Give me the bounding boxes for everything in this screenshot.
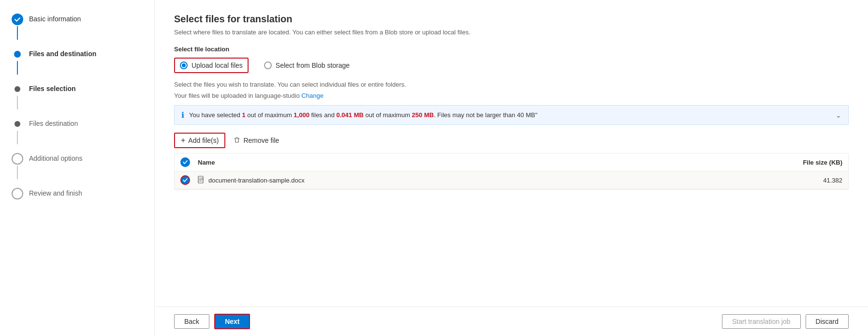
info-max-files: 1,000	[294, 111, 309, 119]
row-check-col	[180, 175, 198, 185]
header-check-all[interactable]	[180, 157, 190, 167]
file-location-radio-group: Upload local files Select from Blob stor…	[174, 58, 849, 73]
step-label-selection: Files selection	[29, 83, 75, 94]
header-name-col: Name	[198, 159, 784, 166]
step-circle-basic	[12, 14, 23, 25]
page-title: Select files for translation	[174, 14, 849, 25]
file-name-cell: document-translation-sample.docx	[198, 176, 784, 185]
trash-icon	[234, 137, 240, 145]
radio-blob-label: Select from Blob storage	[276, 61, 350, 69]
step-line-4	[17, 131, 18, 144]
step-circle-review	[12, 188, 23, 199]
sidebar-item-review[interactable]: Review and finish	[12, 184, 154, 203]
file-table: Name File size (KB) document-translation…	[174, 153, 849, 190]
discard-button[interactable]: Discard	[806, 314, 849, 329]
file-location-label: Select file location	[174, 46, 849, 53]
add-files-label: Add file(s)	[188, 137, 219, 144]
file-doc-icon	[198, 176, 205, 185]
radio-blob-input[interactable]	[264, 61, 272, 69]
info-banner: ℹ You have selected 1 out of maximum 1,0…	[174, 105, 849, 125]
step-label-review: Review and finish	[29, 188, 82, 199]
step-label-basic: Basic information	[29, 14, 81, 24]
upload-location-static: Your files will be uploaded in language-…	[174, 92, 300, 99]
row-checkbox[interactable]	[180, 175, 190, 185]
page-description: Select where files to translate are loca…	[174, 29, 849, 36]
info-size-used: 0.041 MB	[337, 111, 364, 119]
header-check-col	[180, 157, 198, 167]
info-icon: ℹ	[181, 110, 184, 120]
step-label-dest: Files destination	[29, 118, 78, 129]
file-table-header: Name File size (KB)	[175, 153, 848, 171]
main-content: Select files for translation Select wher…	[155, 0, 868, 336]
step-line-5	[17, 166, 18, 179]
step-line-3	[17, 96, 18, 109]
sidebar-item-files-dest[interactable]: Files destination	[12, 114, 154, 149]
step-line-2	[17, 61, 18, 75]
sidebar: Basic information Files and destination …	[0, 0, 155, 336]
step-circle-additional	[12, 153, 23, 165]
sidebar-item-additional[interactable]: Additional options	[12, 149, 154, 184]
add-files-button[interactable]: + Add file(s)	[174, 133, 225, 148]
table-row[interactable]: document-translation-sample.docx 41.382	[175, 171, 848, 189]
step-circle-dest	[15, 121, 20, 127]
plus-icon: +	[181, 136, 185, 145]
info-banner-text: You have selected 1 out of maximum 1,000…	[189, 111, 537, 119]
upload-location-text: Your files will be uploaded in language-…	[174, 92, 849, 99]
step-circle-selection	[15, 86, 20, 92]
step-line-1	[17, 26, 18, 40]
sidebar-item-files-destination[interactable]: Files and destination	[12, 45, 154, 79]
header-size-col: File size (KB)	[784, 159, 842, 166]
next-button[interactable]: Next	[214, 314, 250, 329]
radio-option-blob[interactable]: Select from Blob storage	[258, 58, 355, 73]
radio-upload-input[interactable]	[180, 61, 188, 69]
radio-option-upload[interactable]: Upload local files	[174, 58, 249, 73]
start-translation-button[interactable]: Start translation job	[722, 314, 801, 329]
info-max-size: 250 MB	[412, 111, 434, 119]
sidebar-item-files-selection[interactable]: Files selection	[12, 79, 154, 114]
bottom-bar: Back Next Start translation job Discard	[155, 306, 868, 336]
remove-file-button[interactable]: Remove file	[227, 134, 285, 148]
file-toolbar: + Add file(s) Remove file	[174, 133, 849, 148]
step-circle-files	[14, 51, 21, 58]
step-label-files: Files and destination	[29, 48, 96, 59]
radio-upload-label: Upload local files	[191, 61, 243, 69]
step-label-additional: Additional options	[29, 153, 83, 164]
change-link[interactable]: Change	[301, 92, 324, 99]
back-button[interactable]: Back	[174, 314, 209, 329]
helper-text: Select the files you wish to translate. …	[174, 81, 849, 88]
info-count-files: 1	[242, 111, 245, 119]
sidebar-item-basic-information[interactable]: Basic information	[12, 10, 154, 45]
file-name-text: document-translation-sample.docx	[208, 177, 305, 184]
remove-file-label: Remove file	[243, 137, 279, 144]
chevron-down-icon[interactable]: ⌄	[836, 111, 841, 119]
content-area: Select files for translation Select wher…	[155, 0, 868, 306]
file-size-cell: 41.382	[784, 177, 842, 184]
